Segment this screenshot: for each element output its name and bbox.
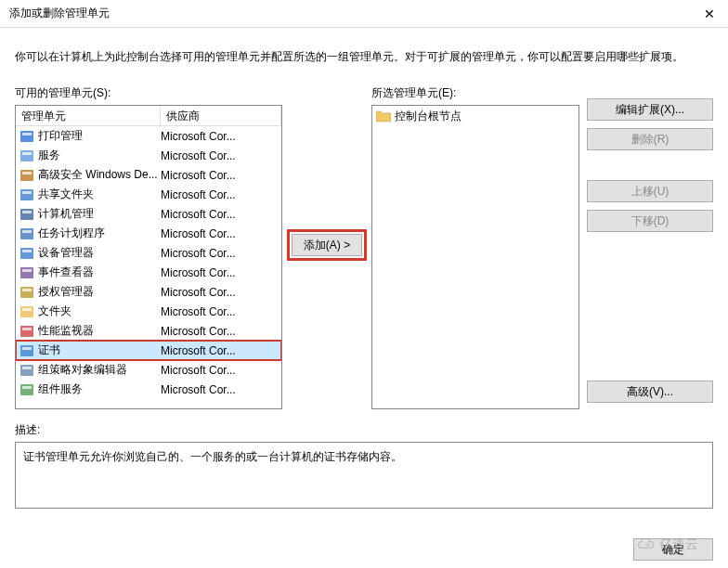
snapin-vendor: Microsoft Cor... xyxy=(161,188,281,201)
list-item[interactable]: 组件服务 Microsoft Cor... xyxy=(16,380,281,399)
move-down-button[interactable]: 下移(D) xyxy=(587,210,713,232)
svg-rect-22 xyxy=(20,345,33,356)
firewall-icon xyxy=(20,168,34,183)
device-icon xyxy=(20,246,34,261)
event-icon xyxy=(20,265,34,280)
ok-button[interactable]: 确定 xyxy=(633,538,713,561)
close-icon: ✕ xyxy=(704,6,715,21)
share-icon xyxy=(20,187,34,202)
snapin-vendor: Microsoft Cor... xyxy=(161,305,281,318)
printer-icon xyxy=(20,129,34,144)
gpo-icon xyxy=(20,363,34,378)
advanced-button[interactable]: 高级(V)... xyxy=(587,381,713,403)
header-name[interactable]: 管理单元 xyxy=(16,106,161,125)
list-item[interactable]: 组策略对象编辑器 Microsoft Cor... xyxy=(16,360,281,380)
svg-rect-0 xyxy=(20,131,33,142)
tree-root-item[interactable]: 控制台根节点 xyxy=(374,108,577,124)
cert-icon xyxy=(20,343,34,358)
svg-rect-4 xyxy=(20,170,33,181)
svg-rect-3 xyxy=(22,152,32,155)
snapin-name: 性能监视器 xyxy=(38,323,161,339)
gear-icon xyxy=(20,148,34,163)
snapin-vendor: Microsoft Cor... xyxy=(161,247,281,260)
snapin-name: 文件夹 xyxy=(38,303,161,319)
snapin-name: 计算机管理 xyxy=(38,206,161,222)
list-item[interactable]: 设备管理器 Microsoft Cor... xyxy=(16,243,281,263)
add-button[interactable]: 添加(A) > xyxy=(292,234,362,256)
list-header: 管理单元 供应商 xyxy=(16,106,281,126)
svg-rect-25 xyxy=(22,367,32,369)
available-listbox[interactable]: 管理单元 供应商 打印管理 Microsoft Cor... 服务 Micros… xyxy=(15,105,282,409)
svg-rect-24 xyxy=(20,365,33,376)
description-text: 证书管理单元允许你浏览自己的、一个服务的或一台计算机的证书存储内容。 xyxy=(23,450,402,463)
list-item[interactable]: 打印管理 Microsoft Cor... xyxy=(16,126,281,146)
list-item[interactable]: 任务计划程序 Microsoft Cor... xyxy=(16,224,281,243)
auth-icon xyxy=(20,285,34,300)
snapin-vendor: Microsoft Cor... xyxy=(161,266,281,279)
snapin-vendor: Microsoft Cor... xyxy=(161,208,281,221)
snapin-vendor: Microsoft Cor... xyxy=(161,364,281,377)
list-item[interactable]: 共享文件夹 Microsoft Cor... xyxy=(16,185,281,204)
snapin-name: 共享文件夹 xyxy=(38,187,161,202)
snapin-name: 证书 xyxy=(38,342,161,358)
snapin-name: 服务 xyxy=(38,148,161,163)
svg-rect-10 xyxy=(20,228,33,239)
list-item[interactable]: 事件查看器 Microsoft Cor... xyxy=(16,263,281,282)
svg-rect-20 xyxy=(20,326,33,337)
svg-rect-5 xyxy=(22,172,32,174)
close-button[interactable]: ✕ xyxy=(691,1,728,27)
svg-rect-12 xyxy=(20,248,33,259)
snapin-name: 授权管理器 xyxy=(38,284,161,300)
snapin-name: 打印管理 xyxy=(38,128,161,144)
svg-rect-6 xyxy=(20,189,33,200)
snapin-vendor: Microsoft Cor... xyxy=(161,286,281,299)
intro-text: 你可以在计算机上为此控制台选择可用的管理单元并配置所选的一组管理单元。对于可扩展… xyxy=(15,48,713,65)
svg-rect-16 xyxy=(20,287,33,298)
clock-icon xyxy=(20,226,34,241)
svg-rect-14 xyxy=(20,267,33,278)
header-vendor[interactable]: 供应商 xyxy=(161,106,281,125)
svg-rect-21 xyxy=(22,328,32,330)
svg-rect-13 xyxy=(22,250,32,252)
snapin-name: 组件服务 xyxy=(38,381,161,397)
snapin-name: 事件查看器 xyxy=(38,265,161,280)
svg-rect-8 xyxy=(20,209,33,220)
edit-extensions-button[interactable]: 编辑扩展(X)... xyxy=(587,98,713,121)
list-item[interactable]: 计算机管理 Microsoft Cor... xyxy=(16,204,281,224)
folder-icon xyxy=(20,304,34,319)
svg-rect-2 xyxy=(20,150,33,161)
move-up-button[interactable]: 上移(U) xyxy=(587,180,713,202)
description-label: 描述: xyxy=(15,422,713,438)
list-body[interactable]: 打印管理 Microsoft Cor... 服务 Microsoft Cor..… xyxy=(16,126,281,409)
svg-rect-18 xyxy=(20,306,33,317)
available-label: 可用的管理单元(S): xyxy=(15,85,282,101)
svg-rect-15 xyxy=(22,269,32,272)
snapin-name: 设备管理器 xyxy=(38,245,161,261)
selected-tree[interactable]: 控制台根节点 xyxy=(371,105,579,409)
svg-rect-26 xyxy=(20,384,33,395)
snapin-name: 高级安全 Windows De... xyxy=(38,167,161,183)
remove-button[interactable]: 删除(R) xyxy=(587,128,713,150)
snapin-name: 任务计划程序 xyxy=(38,226,161,241)
snapin-vendor: Microsoft Cor... xyxy=(161,130,281,143)
snapin-vendor: Microsoft Cor... xyxy=(161,227,281,240)
snapin-vendor: Microsoft Cor... xyxy=(161,169,281,182)
list-item[interactable]: 授权管理器 Microsoft Cor... xyxy=(16,282,281,302)
svg-rect-19 xyxy=(22,308,32,311)
svg-rect-1 xyxy=(22,133,32,136)
list-item[interactable]: 证书 Microsoft Cor... xyxy=(16,341,281,360)
list-item[interactable]: 文件夹 Microsoft Cor... xyxy=(16,302,281,321)
list-item[interactable]: 服务 Microsoft Cor... xyxy=(16,146,281,165)
description-box: 证书管理单元允许你浏览自己的、一个服务的或一台计算机的证书存储内容。 xyxy=(15,442,713,509)
svg-rect-11 xyxy=(22,230,32,233)
list-item[interactable]: 高级安全 Windows De... Microsoft Cor... xyxy=(16,165,281,185)
snapin-vendor: Microsoft Cor... xyxy=(161,325,281,338)
list-item[interactable]: 性能监视器 Microsoft Cor... xyxy=(16,321,281,341)
svg-rect-17 xyxy=(22,289,32,291)
comp-icon xyxy=(20,382,34,397)
snapin-vendor: Microsoft Cor... xyxy=(161,149,281,162)
svg-rect-7 xyxy=(22,191,32,194)
svg-rect-23 xyxy=(22,347,32,350)
snapin-vendor: Microsoft Cor... xyxy=(161,344,281,357)
snapin-name: 组策略对象编辑器 xyxy=(38,362,161,378)
